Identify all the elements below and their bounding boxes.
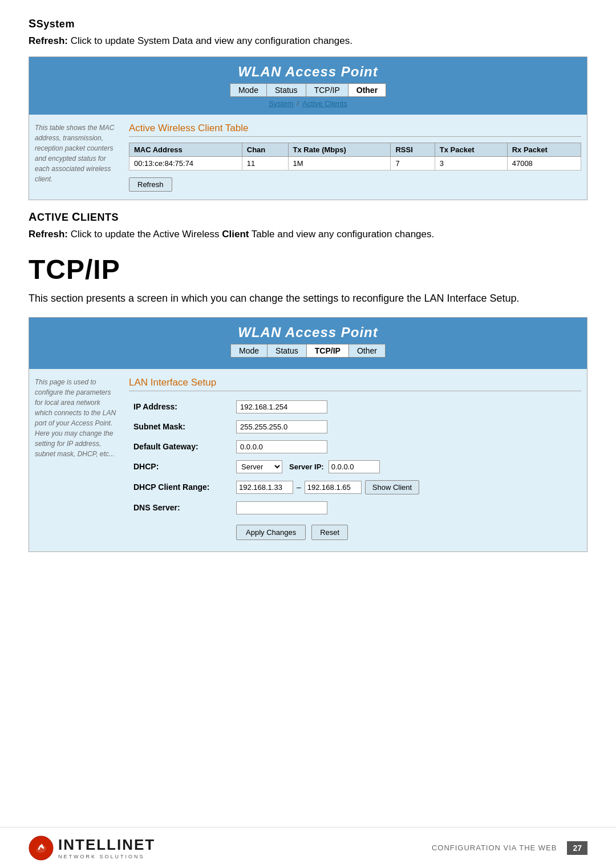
cell-txpacket: 3 bbox=[435, 156, 507, 170]
col-rssi: RSSI bbox=[391, 143, 435, 156]
dhcp-cell: Server Client Disabled Server IP: bbox=[232, 457, 581, 477]
dns-server-label: DNS Server: bbox=[129, 498, 232, 518]
show-client-button[interactable]: Show Client bbox=[365, 480, 419, 494]
footer-page-number: 27 bbox=[567, 841, 587, 855]
subnet-mask-label: Subnet Mask: bbox=[129, 417, 232, 437]
default-gateway-input[interactable] bbox=[236, 440, 327, 453]
cell-mac: 00:13:ce:84:75:74 bbox=[129, 156, 242, 170]
wlan-tab-tcpip-2[interactable]: TCP/IP bbox=[306, 344, 348, 358]
logo-sub: NETWORK SOLUTIONS bbox=[58, 854, 155, 859]
dhcp-range-cell: – Show Client bbox=[232, 477, 581, 498]
form-buttons: Apply Changes Reset bbox=[236, 525, 577, 540]
wlan-sidebar-2: This page is used to configure the param… bbox=[35, 377, 123, 543]
wlan-main-1: Active Wireless Client Table MAC Address… bbox=[129, 123, 581, 192]
wlan-body-2: This page is used to configure the param… bbox=[29, 369, 587, 551]
dhcp-client-row: – Show Client bbox=[236, 480, 577, 494]
refresh-button-1[interactable]: Refresh bbox=[129, 177, 172, 192]
dhcp-select[interactable]: Server Client Disabled bbox=[236, 460, 282, 473]
cell-rxpacket: 47008 bbox=[507, 156, 581, 170]
wlan-tab-mode-1[interactable]: Mode bbox=[230, 83, 266, 97]
form-row-dhcp: DHCP: Server Client Disabled Server bbox=[129, 457, 581, 477]
ip-address-label: IP Address: bbox=[129, 397, 232, 417]
tcpip-description: This section presents a screen in which … bbox=[29, 291, 587, 307]
col-mac: MAC Address bbox=[129, 143, 242, 156]
col-txrate: Tx Rate (Mbps) bbox=[288, 143, 391, 156]
buttons-label-cell bbox=[129, 518, 232, 543]
wlan-subtab-active-clients[interactable]: Active Clients bbox=[302, 99, 347, 108]
lan-section-title: LAN Interface Setup bbox=[129, 377, 581, 391]
wlan-header-1: WLAN Access Point Mode Status TCP/IP Oth… bbox=[29, 57, 587, 115]
wlan-header-2: WLAN Access Point Mode Status TCP/IP Oth… bbox=[29, 318, 587, 369]
wlan-tab-tcpip-1[interactable]: TCP/IP bbox=[306, 83, 348, 97]
active-clients-section: ACTIVE CLIENTS Refresh: Click to update … bbox=[29, 210, 587, 242]
form-row-buttons: Apply Changes Reset bbox=[129, 518, 581, 543]
dhcp-range-start-input[interactable] bbox=[236, 481, 293, 494]
dns-server-cell bbox=[232, 498, 581, 518]
wlan-box-2: WLAN Access Point Mode Status TCP/IP Oth… bbox=[29, 317, 587, 552]
tcpip-section: TCP/IP This section presents a screen in… bbox=[29, 254, 587, 552]
client-table: MAC Address Chan Tx Rate (Mbps) RSSI Tx … bbox=[129, 143, 581, 171]
wlan-tab-other-2[interactable]: Other bbox=[348, 344, 386, 358]
footer: INTELLINET NETWORK SOLUTIONS CONFIGURATI… bbox=[0, 827, 616, 868]
footer-config-text: CONFIGURATION VIA THE WEB bbox=[432, 843, 557, 852]
logo-name: INTELLINET bbox=[58, 836, 155, 854]
buttons-cell: Apply Changes Reset bbox=[232, 518, 581, 543]
subnet-mask-input[interactable] bbox=[236, 420, 327, 433]
col-txpacket: Tx Packet bbox=[435, 143, 507, 156]
active-clients-heading: ACTIVE CLIENTS bbox=[29, 210, 587, 224]
subnet-mask-cell bbox=[232, 417, 581, 437]
active-clients-refresh-description: Refresh: Click to update the Active Wire… bbox=[29, 227, 587, 242]
wlan-title-2: WLAN Access Point bbox=[29, 325, 587, 340]
dhcp-label: DHCP: bbox=[129, 457, 232, 477]
wlan-title-1: WLAN Access Point bbox=[29, 64, 587, 80]
dhcp-row: Server Client Disabled Server IP: bbox=[236, 460, 577, 473]
form-row-subnet: Subnet Mask: bbox=[129, 417, 581, 437]
ip-address-cell bbox=[232, 397, 581, 417]
wlan-subtabs-1: System / Active Clients bbox=[29, 99, 587, 111]
form-row-dns: DNS Server: bbox=[129, 498, 581, 518]
wlan-tab-other-1[interactable]: Other bbox=[348, 83, 386, 97]
col-chan: Chan bbox=[242, 143, 288, 156]
form-row-dhcp-range: DHCP Client Range: – Show Client bbox=[129, 477, 581, 498]
wlan-tabs-1: Mode Status TCP/IP Other bbox=[29, 83, 587, 97]
apply-changes-button[interactable]: Apply Changes bbox=[236, 525, 306, 540]
dhcp-range-end-input[interactable] bbox=[305, 481, 362, 494]
footer-logo-text: INTELLINET NETWORK SOLUTIONS bbox=[58, 836, 155, 859]
lan-form-table: IP Address: Subnet Mask: bbox=[129, 397, 581, 543]
cell-chan: 11 bbox=[242, 156, 288, 170]
system-refresh-description: Refresh: Click to update System Data and… bbox=[29, 34, 587, 48]
intellinet-logo-icon bbox=[29, 835, 54, 861]
tcpip-heading: TCP/IP bbox=[29, 254, 587, 285]
wlan-tab-status-2[interactable]: Status bbox=[267, 344, 306, 358]
default-gateway-label: Default Gateway: bbox=[129, 437, 232, 457]
col-rxpacket: Rx Packet bbox=[507, 143, 581, 156]
wlan-tabs-2: Mode Status TCP/IP Other bbox=[29, 344, 587, 358]
system-heading: SSystem bbox=[29, 17, 587, 30]
wlan-section-title-1: Active Wireless Client Table bbox=[129, 123, 581, 137]
wlan-box-1: WLAN Access Point Mode Status TCP/IP Oth… bbox=[29, 56, 587, 200]
ip-address-input[interactable] bbox=[236, 400, 327, 413]
dhcp-client-range-label: DHCP Client Range: bbox=[129, 477, 232, 498]
dhcp-range-separator: – bbox=[297, 482, 301, 492]
reset-button[interactable]: Reset bbox=[311, 525, 348, 540]
wlan-subtab-system[interactable]: System bbox=[269, 99, 293, 108]
dns-server-input[interactable] bbox=[236, 501, 327, 514]
footer-right: CONFIGURATION VIA THE WEB 27 bbox=[432, 841, 587, 855]
cell-txrate: 1M bbox=[288, 156, 391, 170]
wlan-body-1: This table shows the MAC address, transm… bbox=[29, 115, 587, 200]
wlan-main-2: LAN Interface Setup IP Address: Subnet M… bbox=[129, 377, 581, 543]
wlan-tab-status-1[interactable]: Status bbox=[266, 83, 306, 97]
default-gateway-cell bbox=[232, 437, 581, 457]
form-row-gateway: Default Gateway: bbox=[129, 437, 581, 457]
form-row-ip: IP Address: bbox=[129, 397, 581, 417]
server-ip-label: Server IP: bbox=[289, 463, 324, 471]
table-row: 00:13:ce:84:75:74 11 1M 7 3 47008 bbox=[129, 156, 581, 170]
cell-rssi: 7 bbox=[391, 156, 435, 170]
wlan-sidebar-1: This table shows the MAC address, transm… bbox=[35, 123, 123, 192]
footer-logo: INTELLINET NETWORK SOLUTIONS bbox=[29, 835, 155, 861]
server-ip-input[interactable] bbox=[329, 460, 380, 473]
wlan-tab-mode-2[interactable]: Mode bbox=[230, 344, 267, 358]
